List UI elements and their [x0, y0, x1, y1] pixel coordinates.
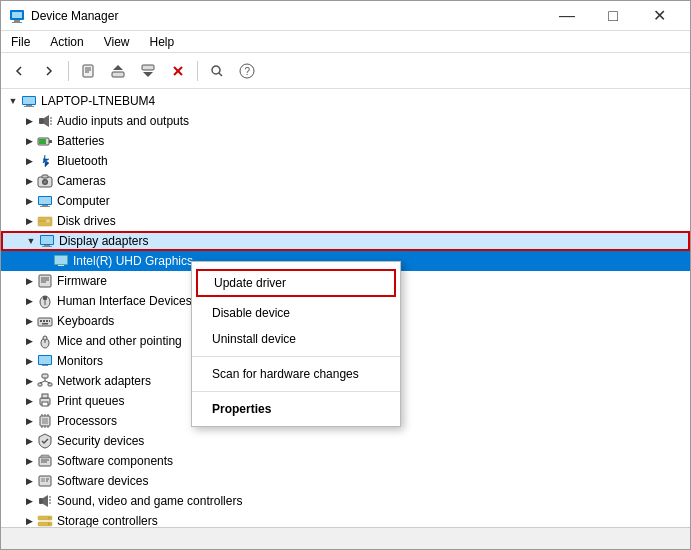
context-menu-disable-device[interactable]: Disable device	[192, 300, 400, 326]
svg-rect-78	[42, 418, 48, 424]
tree-item-computer[interactable]: ▶ Computer	[1, 191, 690, 211]
toolbar-uninstall-button[interactable]	[164, 58, 192, 84]
context-menu-scan[interactable]: Scan for hardware changes	[192, 361, 400, 387]
print-toggle[interactable]: ▶	[21, 393, 37, 409]
context-menu-sep2	[192, 391, 400, 392]
svg-rect-59	[46, 320, 48, 322]
bluetooth-label: Bluetooth	[57, 154, 108, 168]
intel-gpu-icon	[53, 253, 69, 269]
toolbar-forward-button[interactable]	[35, 58, 63, 84]
computer-label: Computer	[57, 194, 110, 208]
close-button[interactable]: ✕	[636, 1, 682, 31]
sound-toggle[interactable]: ▶	[21, 493, 37, 509]
svg-rect-3	[12, 22, 22, 23]
svg-rect-58	[43, 320, 45, 322]
processors-toggle[interactable]: ▶	[21, 413, 37, 429]
svg-rect-90	[41, 478, 45, 482]
firmware-toggle[interactable]: ▶	[21, 273, 37, 289]
svg-rect-33	[42, 175, 48, 178]
mice-toggle[interactable]: ▶	[21, 333, 37, 349]
security-icon	[37, 433, 53, 449]
toolbar-properties-button[interactable]	[74, 58, 102, 84]
svg-rect-2	[14, 20, 20, 22]
software-devices-icon	[37, 473, 53, 489]
minimize-button[interactable]: —	[544, 1, 590, 31]
display-toggle[interactable]: ▼	[23, 233, 39, 249]
root-icon	[21, 93, 37, 109]
hid-toggle[interactable]: ▶	[21, 293, 37, 309]
svg-rect-22	[39, 118, 44, 124]
tree-item-sound[interactable]: ▶ Sound, video and game controllers	[1, 491, 690, 511]
toolbar-help-button[interactable]: ?	[233, 58, 261, 84]
menu-file[interactable]: File	[1, 31, 40, 52]
toolbar-back-button[interactable]	[5, 58, 33, 84]
audio-toggle[interactable]: ▶	[21, 113, 37, 129]
svg-rect-1	[12, 12, 22, 18]
svg-rect-75	[42, 394, 48, 398]
context-menu-update-driver[interactable]: Update driver	[196, 269, 396, 297]
disk-toggle[interactable]: ▶	[21, 213, 37, 229]
title-bar-icon	[9, 8, 25, 24]
audio-label: Audio inputs and outputs	[57, 114, 189, 128]
audio-icon	[37, 113, 53, 129]
processors-label: Processors	[57, 414, 117, 428]
tree-item-software-devices[interactable]: ▶ Software devices	[1, 471, 690, 491]
root-toggle[interactable]: ▼	[5, 93, 21, 109]
sound-icon	[37, 493, 53, 509]
toolbar-update-driver-button[interactable]	[104, 58, 132, 84]
tree-item-software-components[interactable]: ▶ Software components	[1, 451, 690, 471]
storage-toggle[interactable]: ▶	[21, 513, 37, 527]
software-components-toggle[interactable]: ▶	[21, 453, 37, 469]
svg-rect-70	[48, 383, 52, 386]
software-devices-toggle[interactable]: ▶	[21, 473, 37, 489]
status-bar	[1, 527, 690, 549]
monitors-toggle[interactable]: ▶	[21, 353, 37, 369]
maximize-button[interactable]: □	[590, 1, 636, 31]
display-label: Display adapters	[59, 234, 148, 248]
context-menu-uninstall-device[interactable]: Uninstall device	[192, 326, 400, 352]
batteries-toggle[interactable]: ▶	[21, 133, 37, 149]
context-menu-properties[interactable]: Properties	[192, 396, 400, 422]
network-toggle[interactable]: ▶	[21, 373, 37, 389]
tree-item-display[interactable]: ▼ Display adapters	[1, 231, 690, 251]
tree-item-batteries[interactable]: ▶ Batteries	[1, 131, 690, 151]
menu-help[interactable]: Help	[140, 31, 185, 52]
tree-item-audio[interactable]: ▶ Audio inputs and outputs	[1, 111, 690, 131]
toolbar-sep-1	[68, 61, 69, 81]
keyboards-toggle[interactable]: ▶	[21, 313, 37, 329]
processors-icon	[37, 413, 53, 429]
svg-rect-43	[41, 236, 53, 244]
svg-rect-35	[39, 197, 51, 204]
svg-line-15	[219, 73, 222, 76]
computer-toggle[interactable]: ▶	[21, 193, 37, 209]
svg-point-100	[48, 517, 50, 519]
svg-rect-93	[39, 498, 43, 504]
security-toggle[interactable]: ▶	[21, 433, 37, 449]
svg-rect-66	[39, 356, 51, 364]
svg-marker-9	[113, 65, 123, 70]
svg-line-73	[45, 381, 50, 383]
svg-rect-21	[24, 106, 34, 107]
computer-icon	[37, 193, 53, 209]
svg-rect-28	[49, 140, 52, 143]
bluetooth-toggle[interactable]: ▶	[21, 153, 37, 169]
tree-item-cameras[interactable]: ▶ Cameras	[1, 171, 690, 191]
uninstall-device-label: Uninstall device	[212, 332, 296, 346]
tree-item-security[interactable]: ▶ Security devices	[1, 431, 690, 451]
menu-action[interactable]: Action	[40, 31, 93, 52]
tree-item-storage[interactable]: ▶ Storage controllers	[1, 511, 690, 527]
svg-rect-10	[142, 65, 154, 70]
toolbar-sep-2	[197, 61, 198, 81]
toolbar-rollback-button[interactable]	[134, 58, 162, 84]
cameras-toggle[interactable]: ▶	[21, 173, 37, 189]
svg-rect-29	[39, 139, 46, 144]
tree-item-disk[interactable]: ▶ Disk drives	[1, 211, 690, 231]
menu-bar: File Action View Help	[1, 31, 690, 53]
tree-root[interactable]: ▼ LAPTOP-LTNEBUM4	[1, 91, 690, 111]
tree-item-bluetooth[interactable]: ▶ Bluetooth	[1, 151, 690, 171]
toolbar-scan-button[interactable]	[203, 58, 231, 84]
cameras-label: Cameras	[57, 174, 106, 188]
main-content: ▼ LAPTOP-LTNEBUM4 ▶ Audio inputs and out…	[1, 89, 690, 527]
context-menu-sep1	[192, 356, 400, 357]
menu-view[interactable]: View	[94, 31, 140, 52]
